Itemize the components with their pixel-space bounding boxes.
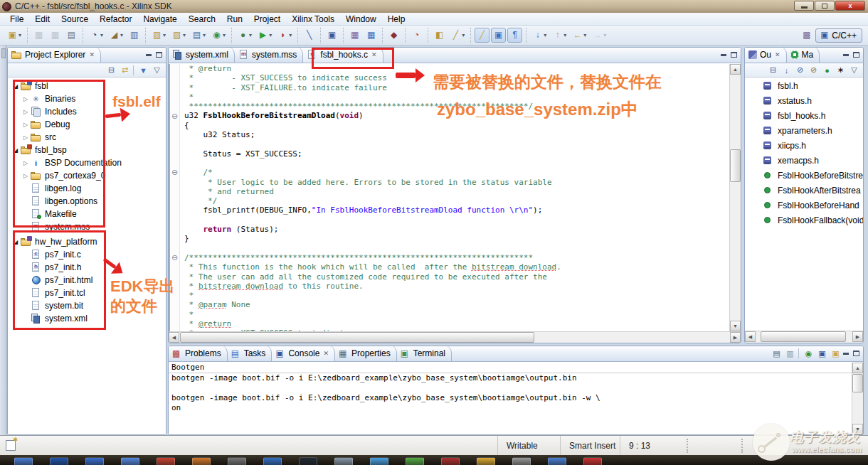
fold-marker-icon[interactable]: ⊖ <box>171 112 179 120</box>
console-tab-problems[interactable]: ▩Problems <box>169 346 228 361</box>
dropdown-arrow-icon[interactable]: ▾ <box>249 32 252 38</box>
console-output[interactable]: Bootgenbootgen -image boot.bif -o i E:\z… <box>169 363 852 434</box>
close-view-icon[interactable]: ✕ <box>89 51 95 58</box>
mark-occurrences-button[interactable]: ╱ <box>475 28 489 43</box>
dropdown-arrow-icon[interactable]: ▾ <box>183 32 186 38</box>
collapse-all-button[interactable]: ⊟ <box>105 65 117 76</box>
menu-item-file[interactable]: File <box>4 14 29 25</box>
menu-item-edit[interactable]: Edit <box>29 14 55 25</box>
editor-vscroll-thumb[interactable] <box>730 149 741 182</box>
filter-button[interactable]: ▼ <box>137 65 149 76</box>
outline-item-fsblhookbeforehand[interactable]: FsblHookBeforeHand <box>745 198 863 213</box>
run-button[interactable]: ▶▾ <box>255 28 274 43</box>
taskbar-app-icon[interactable] <box>228 457 246 465</box>
scroll-left-icon[interactable]: ◀ <box>745 331 756 342</box>
dropdown-arrow-icon[interactable]: ▾ <box>120 32 123 38</box>
minimize-view-button[interactable] <box>144 50 153 59</box>
dropdown-arrow-icon[interactable]: ▾ <box>100 32 103 38</box>
sdk-terminal-button[interactable]: ▣ <box>324 28 339 43</box>
menu-item-project[interactable]: Project <box>248 14 286 25</box>
maximize-view-button[interactable] <box>154 50 164 59</box>
console-tab-console[interactable]: ▣Console✕ <box>272 346 335 361</box>
menu-item-help[interactable]: Help <box>382 14 411 25</box>
build-hammer-button[interactable]: ◢▾ <box>107 28 125 43</box>
outline-tab-ma[interactable]: Ma <box>787 47 820 63</box>
outline-item-fsblhookafterbitstrea[interactable]: FsblHookAfterBitstrea <box>745 183 863 198</box>
console-tab-properties[interactable]: ▦Properties <box>335 346 397 361</box>
open-perspective-icon[interactable]: ▩ <box>801 30 812 41</box>
save-all-button[interactable]: ▦ <box>48 28 63 43</box>
build-all-button[interactable]: ◉▾ <box>209 28 228 43</box>
menu-item-refactor[interactable]: Refactor <box>94 14 137 25</box>
scroll-right-icon[interactable]: ▶ <box>852 331 863 342</box>
console-tab-tasks[interactable]: ▤Tasks <box>228 346 272 361</box>
dropdown-arrow-icon[interactable]: ▾ <box>289 32 292 38</box>
outline-item-xiicps-h[interactable]: xiicps.h <box>745 138 863 153</box>
fold-marker-icon[interactable]: ⊖ <box>171 254 179 262</box>
print-button[interactable]: ▤ <box>64 28 79 43</box>
taskbar-app-icon[interactable] <box>406 457 424 465</box>
outline-list[interactable]: fsbl.hxstatus.hfsbl_hooks.hxparameters.h… <box>745 78 863 331</box>
show-whitespace-button[interactable]: ¶ <box>507 28 522 43</box>
taskbar-app-icon[interactable] <box>477 457 495 465</box>
menu-item-search[interactable]: Search <box>183 14 221 25</box>
minimize-outline-button[interactable] <box>841 50 850 59</box>
hide-static-members-button[interactable]: ⊘ <box>808 65 820 76</box>
minimize-button[interactable] <box>794 1 814 11</box>
dropdown-arrow-icon[interactable]: ▾ <box>203 32 206 38</box>
view-menu-button[interactable]: ▽ <box>848 65 860 76</box>
editor-hscroll-thumb[interactable] <box>180 332 534 343</box>
new-c-file-button[interactable]: ▤▾ <box>189 28 208 43</box>
console-vscroll-thumb[interactable] <box>852 374 863 392</box>
forward-button[interactable]: →▾ <box>590 28 608 43</box>
taskbar-app-icon[interactable] <box>50 457 68 465</box>
close-tab-icon[interactable]: ✕ <box>323 350 329 357</box>
scroll-right-icon[interactable]: ▶ <box>730 332 741 343</box>
editor-tab-system-mss[interactable]: msystem.mss <box>235 47 303 63</box>
taskbar-app-icon[interactable] <box>192 457 211 465</box>
connect-chip-a-button[interactable]: ▦ <box>347 28 362 43</box>
restore-button[interactable] <box>815 1 835 11</box>
taskbar-app-icon[interactable] <box>548 457 566 465</box>
dropdown-arrow-icon[interactable]: ▾ <box>462 32 465 38</box>
outline-item-xemacps-h[interactable]: xemacps.h <box>745 153 863 168</box>
dropdown-arrow-icon[interactable]: ▾ <box>563 32 566 38</box>
open-element-button[interactable]: ◧ <box>432 28 447 43</box>
taskbar-app-icon[interactable] <box>334 457 353 465</box>
scroll-up-icon[interactable]: ▲ <box>730 64 741 75</box>
outline-item-fsbl-h[interactable]: fsbl.h <box>745 78 863 93</box>
outline-item-fsbl-hooks-h[interactable]: fsbl_hooks.h <box>745 108 863 123</box>
back-button[interactable]: ←▾ <box>570 28 588 43</box>
hide-macros-button[interactable]: ∗ <box>835 65 847 76</box>
taskbar-app-icon[interactable] <box>263 457 282 465</box>
fold-marker-icon[interactable]: ⊖ <box>171 169 179 176</box>
view-menu-button[interactable]: ▽ <box>151 65 163 76</box>
menu-item-navigate[interactable]: Navigate <box>137 14 182 25</box>
link-with-editor-button[interactable]: ⇄ <box>119 65 131 76</box>
outline-item-xparameters-h[interactable]: xparameters.h <box>745 123 863 138</box>
toggle-source-block-button[interactable]: ▣ <box>491 28 506 43</box>
debug-button[interactable]: ●▾ <box>235 28 254 43</box>
annotate-pen-button[interactable]: ╱▾ <box>448 28 467 43</box>
menu-item-xilinx-tools[interactable]: Xilinx Tools <box>286 14 340 25</box>
menu-item-run[interactable]: Run <box>221 14 248 25</box>
dropdown-arrow-icon[interactable]: ▾ <box>223 32 226 38</box>
new-c-project-button[interactable]: ▨▾ <box>149 28 168 43</box>
dropdown-arrow-icon[interactable]: ▾ <box>603 32 606 38</box>
dropdown-arrow-icon[interactable]: ▾ <box>583 32 586 38</box>
dropdown-arrow-icon[interactable]: ▾ <box>544 32 546 38</box>
tab-project-explorer[interactable]: Project Explorer ✕ <box>8 47 101 63</box>
connect-chip-b-button[interactable]: ▦ <box>364 28 379 43</box>
menu-item-source[interactable]: Source <box>55 14 94 25</box>
outline-item-xstatus-h[interactable]: xstatus.h <box>745 93 863 108</box>
editor-horizontal-scrollbar[interactable]: ◀ ▶ <box>169 331 741 343</box>
close-button[interactable]: x <box>835 1 865 11</box>
taskbar-app-icon[interactable] <box>512 457 531 465</box>
select-pointer-button[interactable]: ╲ <box>302 28 317 43</box>
profile-button[interactable]: ◗▾ <box>275 28 294 43</box>
outline-item-fsblhookfallback-void[interactable]: FsblHookFallback(void <box>745 213 863 228</box>
last-edit-location-button[interactable]: ↓▾ <box>530 28 549 43</box>
program-flash-button[interactable]: ▥ <box>127 28 142 43</box>
scroll-down-icon[interactable]: ▼ <box>730 321 741 331</box>
cpp-perspective-button[interactable]: ▣C/C++ <box>815 28 862 43</box>
